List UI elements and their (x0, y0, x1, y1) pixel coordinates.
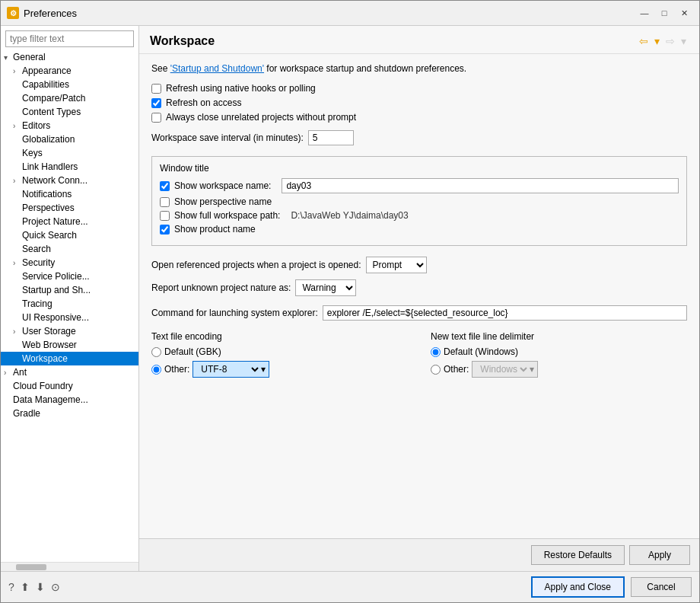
show-workspace-name-label: Show workspace name: (174, 180, 271, 191)
apply-and-close-button[interactable]: Apply and Close (531, 576, 625, 598)
sidebar-item-datamanagement[interactable]: › Data Manageme... (1, 393, 138, 407)
expand-arrow: ▾ (4, 53, 13, 62)
sidebar-item-workspace[interactable]: › Workspace (1, 352, 138, 365)
sidebar-item-perspectives[interactable]: › Perspectives (1, 201, 138, 215)
filter-input[interactable] (5, 30, 134, 47)
close-unrelated-label: Always close unrelated projects without … (166, 112, 356, 123)
encoding-section: Text file encoding Default (GBK) Other: … (151, 331, 687, 381)
text-encoding-title: Text file encoding (151, 331, 408, 342)
save-interval-row: Workspace save interval (in minutes): (151, 130, 687, 145)
expand-arrow: › (13, 259, 22, 267)
text-encoding-group: Text file encoding Default (GBK) Other: … (151, 331, 408, 381)
sidebar-item-search[interactable]: › Search (1, 242, 138, 256)
startup-shutdown-link[interactable]: 'Startup and Shutdown' (170, 63, 264, 74)
expand-arrow: › (13, 122, 22, 130)
sidebar-item-compare[interactable]: › Compare/Patch (1, 91, 138, 105)
report-unknown-label: Report unknown project nature as: (151, 282, 291, 293)
show-productname-checkbox[interactable] (160, 225, 170, 234)
maximize-button[interactable]: □ (655, 5, 673, 21)
help-icon[interactable]: ? (8, 581, 14, 593)
sidebar-item-notifications[interactable]: › Notifications (1, 187, 138, 201)
nav-forward-dropdown-button[interactable]: ▾ (679, 34, 689, 49)
report-unknown-row: Report unknown project nature as: Warnin… (151, 279, 687, 296)
refresh-access-checkbox[interactable] (151, 98, 161, 108)
workspace-name-input[interactable] (282, 178, 679, 193)
encoding-dropdown-arrow: ▾ (261, 364, 266, 375)
sidebar-item-networkconn[interactable]: › Network Conn... (1, 174, 138, 187)
cancel-button[interactable]: Cancel (631, 577, 692, 597)
sidebar-item-ant[interactable]: › Ant (1, 365, 138, 379)
apply-button[interactable]: Apply (629, 545, 690, 565)
sidebar-item-projectnature[interactable]: › Project Nature... (1, 215, 138, 228)
refresh-hooks-checkbox[interactable] (151, 84, 161, 94)
sidebar-item-uiresponsiveness[interactable]: › UI Responsive... (1, 311, 138, 324)
expand-arrow: › (13, 327, 22, 336)
delimiter-dropdown-wrap: Windows Unix Mac ▾ (472, 361, 538, 378)
encoding-default-radio[interactable] (151, 347, 161, 357)
scrollbar-thumb[interactable] (16, 564, 46, 570)
sidebar-item-editors[interactable]: › Editors (1, 119, 138, 132)
sidebar-item-keys[interactable]: › Keys (1, 146, 138, 160)
export-icon[interactable]: ⬆ (21, 581, 30, 593)
sidebar-item-linkhandlers[interactable]: › Link Handlers (1, 160, 138, 174)
expand-arrow: › (4, 368, 13, 377)
sidebar-item-security[interactable]: › Security (1, 256, 138, 270)
delimiter-default-radio[interactable] (431, 347, 441, 357)
sidebar-item-capabilities[interactable]: › Capabilities (1, 78, 138, 91)
sidebar-item-servicepolicies[interactable]: › Service Policie... (1, 270, 138, 283)
sidebar-item-contenttype[interactable]: › Content Types (1, 105, 138, 119)
encoding-other-label: Other: (164, 364, 189, 375)
refresh-hooks-row: Refresh using native hooks or polling (151, 83, 687, 94)
encoding-default-row: Default (GBK) (151, 346, 408, 357)
panel-header: Workspace ⇦ ▾ ⇨ ▾ (139, 26, 699, 54)
panel-title: Workspace (150, 34, 215, 48)
panel-body: See 'Startup and Shutdown' for workspace… (139, 54, 699, 538)
close-unrelated-checkbox[interactable] (151, 113, 161, 123)
expand-arrow: › (13, 177, 22, 185)
sidebar-item-startup[interactable]: › Startup and Sh... (1, 283, 138, 297)
save-interval-input[interactable] (308, 130, 354, 145)
delimiter-dropdown-arrow: ▾ (530, 364, 534, 375)
report-unknown-select[interactable]: Warning Error Ignore (295, 279, 356, 296)
sidebar-item-userstorage[interactable]: › User Storage (1, 324, 138, 338)
encoding-default-label: Default (GBK) (164, 346, 221, 357)
encoding-select[interactable]: UTF-8 UTF-16 ISO-8859-1 (198, 363, 261, 375)
window-controls: — □ ✕ (635, 5, 693, 21)
show-perspective-checkbox[interactable] (160, 197, 170, 207)
intro-text: See 'Startup and Shutdown' for workspace… (151, 63, 687, 74)
panel-footer: Restore Defaults Apply (139, 538, 699, 571)
nav-forward-button[interactable]: ⇨ (663, 34, 677, 49)
show-fullpath-checkbox[interactable] (160, 211, 170, 221)
sidebar-item-gradle[interactable]: › Gradle (1, 407, 138, 420)
sidebar-item-general[interactable]: ▾ General (1, 50, 138, 64)
sidebar-item-globalization[interactable]: › Globalization (1, 132, 138, 146)
encoding-other-radio[interactable] (151, 365, 161, 375)
show-workspace-name-checkbox[interactable] (160, 181, 170, 191)
delimiter-select[interactable]: Windows Unix Mac (477, 363, 530, 375)
sidebar: ▾ General › Appearance › Capabilities › … (1, 26, 139, 571)
sidebar-item-quicksearch[interactable]: › Quick Search (1, 228, 138, 242)
sidebar-item-tracing[interactable]: › Tracing (1, 297, 138, 311)
show-workspace-name-row: Show workspace name: (160, 178, 679, 193)
encoding-dropdown-wrap: UTF-8 UTF-16 ISO-8859-1 ▾ (192, 361, 269, 378)
import-icon[interactable]: ⬇ (36, 581, 45, 593)
delimiter-other-radio[interactable] (431, 365, 441, 375)
close-button[interactable]: ✕ (675, 5, 693, 21)
minimize-button[interactable]: — (635, 5, 654, 21)
fullpath-value: D:\JavaWeb YJ\daima\day03 (291, 210, 408, 221)
main-content: ▾ General › Appearance › Capabilities › … (1, 26, 699, 571)
show-fullpath-label: Show full workspace path: (174, 210, 280, 221)
restore-defaults-button[interactable]: Restore Defaults (531, 545, 625, 565)
show-fullpath-row: Show full workspace path: D:\JavaWeb YJ\… (160, 210, 679, 221)
horizontal-scrollbar[interactable] (1, 562, 138, 571)
bottom-bar: ? ⬆ ⬇ ⊙ Apply and Close Cancel (1, 571, 699, 602)
settings-icon[interactable]: ⊙ (51, 581, 60, 593)
sidebar-item-cloudfoundry[interactable]: › Cloud Foundry (1, 379, 138, 393)
nav-dropdown-button[interactable]: ▾ (652, 34, 662, 49)
sidebar-item-appearance[interactable]: › Appearance (1, 64, 138, 78)
sidebar-item-webbrowser[interactable]: › Web Browser (1, 338, 138, 352)
nav-back-button[interactable]: ⇦ (637, 34, 651, 49)
open-referenced-select[interactable]: Prompt Always Never Close (366, 257, 427, 273)
command-launch-input[interactable] (323, 305, 687, 321)
refresh-access-label: Refresh on access (166, 97, 241, 108)
